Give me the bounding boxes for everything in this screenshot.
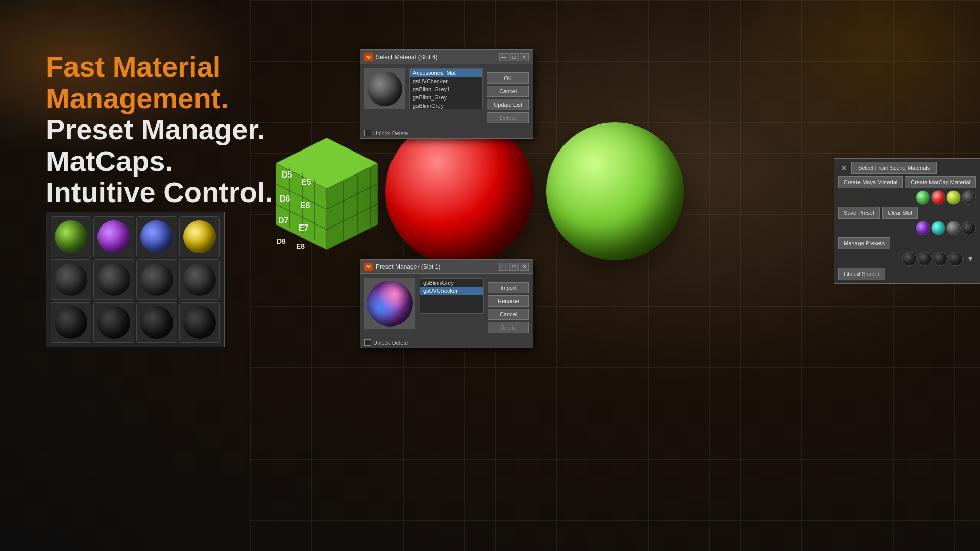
sphere-purple	[97, 220, 130, 253]
matcap-teal[interactable]	[931, 221, 945, 235]
preset-right-buttons: Import Rename Cancel Delete	[488, 282, 529, 333]
preset-dialog-footer: Unlock Delete	[360, 337, 533, 348]
preset-manager-title: Preset Manager (Slot 1)	[376, 263, 499, 270]
matcap-swatches-mid	[916, 221, 976, 235]
preset-cancel-button[interactable]: Cancel	[488, 309, 529, 320]
matcap-dark[interactable]	[962, 190, 976, 205]
float-toolbar: ✕ Select From Scene Materials Create May…	[834, 158, 980, 284]
matcap-grey[interactable]	[946, 221, 961, 235]
import-button[interactable]: Import	[488, 282, 529, 293]
matcap-green[interactable]	[916, 190, 930, 205]
mat-slot-4[interactable]	[179, 216, 220, 257]
create-maya-material-button[interactable]: Create Maya Material	[838, 176, 903, 188]
toolbar-matcap-row3: ▼	[838, 252, 976, 266]
mat-slot-3[interactable]	[136, 216, 177, 257]
ok-button[interactable]: OK	[487, 72, 529, 84]
toolbar-row-create: Create Maya Material Create MatCap Mater…	[838, 176, 976, 188]
matcap-dark3[interactable]	[902, 252, 917, 266]
matcap-purple[interactable]	[916, 221, 930, 235]
matcap-yellow-green[interactable]	[946, 190, 961, 205]
sphere-dark-6	[97, 263, 130, 296]
mat-slot-12[interactable]	[179, 302, 220, 343]
material-list[interactable]: Accessories_Mat gsUVChecker gsBlinn_Grey…	[409, 68, 483, 109]
material-grid	[46, 212, 225, 347]
matcap-dark2[interactable]	[962, 221, 976, 235]
preset-preview-sphere	[367, 281, 413, 327]
sphere-yellow	[183, 220, 216, 253]
mat-slot-6[interactable]	[93, 259, 134, 300]
preset-list[interactable]: gsBlinnGrey gsUVChecker	[420, 278, 484, 314]
mat-item-blinn-grey[interactable]: gsBlinn_Grey	[410, 93, 482, 102]
delete-button[interactable]: Delete	[487, 112, 529, 123]
toolbar-row-select: ✕ Select From Scene Materials	[838, 162, 976, 174]
toolbar-row-save: Save Preset Clear Slot	[838, 207, 976, 219]
svg-text:E8: E8	[296, 242, 305, 251]
global-shader-button[interactable]: Global Shader	[838, 268, 885, 280]
toolbar-matcap-row1	[838, 190, 976, 205]
dialog-controls: — □ ✕	[499, 53, 529, 61]
mat-slot-2[interactable]	[93, 216, 134, 257]
preset-manager-dialog: M Preset Manager (Slot 1) — □ ✕ gsBlinnG…	[360, 259, 533, 348]
scene-area: D5 E5 D6 E6 D7 E7 D8 E8 M Select Materia…	[250, 0, 980, 551]
preset-dialog-controls: — □ ✕	[499, 263, 529, 271]
mat-slot-5[interactable]	[51, 259, 91, 300]
matcap-red[interactable]	[931, 190, 945, 205]
select-material-dialog: M Select Material (Slot 4) — □ ✕ Accesso…	[360, 49, 533, 139]
svg-text:D6: D6	[280, 194, 290, 203]
toolbar-matcap-row2	[838, 221, 976, 235]
minimize-btn[interactable]: —	[499, 53, 508, 61]
preset-unlock-delete-checkbox[interactable]	[364, 339, 371, 346]
mat-item-accessories[interactable]: Accessories_Mat	[410, 69, 482, 77]
rename-button[interactable]: Rename	[488, 295, 529, 307]
select-material-titlebar[interactable]: M Select Material (Slot 4) — □ ✕	[360, 50, 533, 64]
restore-btn[interactable]: □	[509, 53, 519, 61]
manage-presets-button[interactable]: Manage Presets	[838, 237, 890, 249]
material-list-area: Accessories_Mat gsUVChecker gsBlinn_Grey…	[409, 68, 483, 123]
create-matcap-material-button[interactable]: Create MatCap Material	[905, 176, 976, 188]
dialog-right-buttons: OK Cancel Update List Delete	[487, 72, 529, 123]
scroll-down-arrow[interactable]: ▼	[965, 254, 976, 264]
svg-text:D5: D5	[282, 170, 292, 179]
preset-unlock-delete-label[interactable]: Unlock Delete	[364, 339, 408, 346]
mat-item-blinn-grey1[interactable]: gsBlinn_Grey1	[410, 85, 482, 93]
preset-restore-btn[interactable]: □	[509, 263, 519, 271]
mat-slot-10[interactable]	[93, 302, 134, 343]
unlock-delete-checkbox[interactable]	[364, 130, 371, 136]
svg-text:E7: E7	[299, 223, 309, 232]
mat-slot-8[interactable]	[179, 259, 220, 300]
update-list-button[interactable]: Update List	[487, 99, 529, 110]
preview-sphere	[368, 71, 402, 106]
close-btn[interactable]: ✕	[520, 53, 529, 61]
sphere-green-checker	[55, 220, 87, 253]
matcap-dark6[interactable]	[948, 252, 963, 266]
toolbar-row-manage: Manage Presets	[838, 237, 976, 249]
preset-list-area: gsBlinnGrey gsUVChecker	[420, 278, 484, 333]
uv-checker-box: D5 E5 D6 E6 D7 E7 D8 E8	[271, 122, 383, 255]
matcap-swatches-bot	[902, 252, 963, 266]
sphere-dark-5	[55, 263, 87, 296]
save-preset-button[interactable]: Save Preset	[838, 207, 880, 219]
preset-item-blinngrey[interactable]: gsBlinnGrey	[420, 279, 483, 287]
preset-delete-button[interactable]: Delete	[488, 322, 529, 333]
mat-slot-1[interactable]	[51, 216, 91, 257]
toolbar-close-button[interactable]: ✕	[838, 162, 849, 173]
matcap-dark4[interactable]	[918, 252, 932, 266]
preset-item-uvchecker[interactable]: gsUVChecker	[420, 287, 483, 295]
mat-item-blinngrey[interactable]: gsBlinnGrey	[410, 102, 482, 109]
mat-item-uvchecker[interactable]: gsUVChecker	[410, 77, 482, 85]
preset-close-btn[interactable]: ✕	[520, 263, 529, 271]
clear-slot-button[interactable]: Clear Slot	[882, 207, 918, 219]
dialog-footer: Unlock Delete	[360, 128, 533, 138]
preset-manager-titlebar[interactable]: M Preset Manager (Slot 1) — □ ✕	[360, 260, 533, 274]
mat-slot-9[interactable]	[51, 302, 91, 343]
matcap-dark5[interactable]	[933, 252, 947, 266]
select-from-scene-button[interactable]: Select From Scene Materials	[851, 162, 937, 174]
mat-slot-7[interactable]	[136, 259, 177, 300]
preset-minimize-btn[interactable]: —	[499, 263, 508, 271]
preset-maya-icon: M	[364, 263, 373, 271]
mat-slot-11[interactable]	[136, 302, 177, 343]
cancel-button[interactable]: Cancel	[487, 86, 529, 97]
green-sphere	[546, 122, 684, 260]
unlock-delete-label[interactable]: Unlock Delete	[364, 130, 408, 136]
sphere-dark-8	[183, 263, 216, 296]
